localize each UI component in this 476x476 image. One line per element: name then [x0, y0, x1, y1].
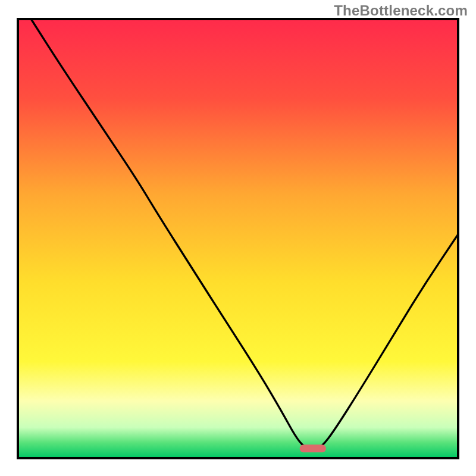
bottleneck-chart	[0, 0, 476, 476]
chart-frame: TheBottleneck.com	[0, 0, 476, 476]
optimum-marker	[300, 444, 326, 452]
watermark-text: TheBottleneck.com	[334, 2, 468, 19]
bottleneck-gradient	[18, 19, 458, 458]
